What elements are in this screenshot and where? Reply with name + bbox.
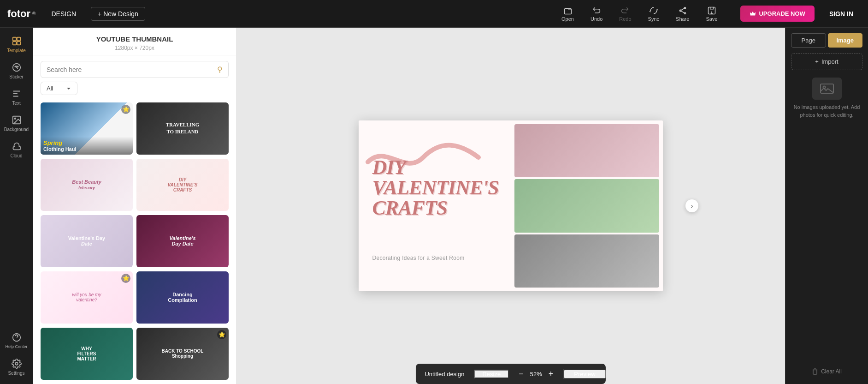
tab-image[interactable]: Image: [828, 33, 863, 48]
text-icon: [12, 89, 22, 99]
import-button[interactable]: + Import: [791, 53, 862, 70]
resize-button[interactable]: Resize: [474, 370, 508, 378]
open-label: Open: [561, 16, 574, 22]
search-input[interactable]: [47, 66, 213, 73]
template-card[interactable]: Best Beautyfebruary: [41, 159, 133, 211]
sidebar-icons: Template Sticker Text Background: [0, 28, 33, 384]
undo-button[interactable]: Undo: [582, 3, 611, 24]
title-line2: VALENTINE'S: [372, 178, 499, 198]
canvas-arrow-right[interactable]: ›: [685, 199, 698, 212]
template-card[interactable]: Spring Clothing Haul ⭐: [41, 102, 133, 155]
sidebar-item-background[interactable]: Background: [0, 110, 33, 137]
template-card[interactable]: ⭐ BACK TO SCHOOLShopping: [136, 328, 229, 380]
canvas-area: DIY VALENTINE'S CRAFTS Decorating Ideas …: [236, 28, 785, 384]
text-label: Text: [12, 101, 20, 106]
save-label: Save: [706, 16, 717, 22]
help-icon: [12, 332, 22, 342]
new-design-button[interactable]: + New Design: [91, 7, 145, 21]
main-layout: Template Sticker Text Background: [0, 28, 868, 384]
template-card[interactable]: TRAVELLINGTO IRELAND: [136, 102, 229, 155]
import-plus-icon: +: [815, 58, 819, 65]
upgrade-label: UPGRADE NOW: [759, 10, 805, 17]
help-label: Help Center: [5, 344, 27, 349]
save-button[interactable]: Save: [697, 3, 726, 24]
svg-rect-0: [564, 8, 571, 14]
background-icon: [12, 115, 22, 125]
template-card[interactable]: Valentine's DayDate: [41, 215, 133, 267]
preview-button[interactable]: Preview: [564, 370, 605, 378]
clear-all-button[interactable]: Clear All: [791, 365, 862, 378]
sync-label: Sync: [648, 16, 659, 22]
sidebar-item-text[interactable]: Text: [0, 84, 33, 110]
template-card[interactable]: DIYVALENTINE'SCRAFTS: [136, 159, 229, 211]
redo-icon: [620, 6, 630, 15]
design-name: Untitled design: [415, 371, 474, 378]
save-icon: [707, 6, 716, 15]
header-tools: Open Undo Redo Sync: [553, 3, 726, 24]
svg-point-13: [17, 66, 18, 67]
signin-label: SIGN IN: [829, 10, 853, 18]
filter-select[interactable]: All: [41, 82, 77, 95]
canvas[interactable]: DIY VALENTINE'S CRAFTS Decorating Ideas …: [359, 120, 663, 291]
undo-icon: [592, 6, 601, 15]
zoom-controls: − 52% +: [508, 369, 564, 379]
background-label: Background: [4, 127, 29, 132]
sidebar-item-template[interactable]: Template: [0, 31, 33, 58]
sidebar-item-help[interactable]: Help Center: [1, 328, 31, 354]
right-panel: Page Image + Import No images uploaded y…: [785, 28, 868, 384]
canvas-subtitle: Decorating Ideas for a Sweet Room: [372, 255, 465, 261]
template-icon: [12, 36, 22, 46]
signin-button[interactable]: SIGN IN: [822, 7, 861, 20]
no-images-box: No images uploaded yet. Add photos for q…: [791, 78, 862, 119]
svg-rect-8: [17, 37, 20, 41]
open-button[interactable]: Open: [553, 3, 582, 24]
template-panel: YOUTUBE THUMBNAIL 1280px × 720px ⚲ All S…: [33, 28, 236, 384]
sticker-icon: [12, 62, 22, 72]
clear-all-label: Clear All: [821, 368, 842, 375]
crown-icon: [750, 11, 756, 17]
sidebar-item-cloud[interactable]: Cloud: [0, 137, 33, 163]
svg-rect-9: [12, 42, 16, 45]
design-button[interactable]: DESIGN: [47, 7, 83, 20]
share-button[interactable]: Share: [667, 3, 697, 24]
template-grid: Spring Clothing Haul ⭐ TRAVELLINGTO IREL…: [33, 99, 236, 384]
tab-page[interactable]: Page: [791, 33, 826, 48]
filter-label: All: [47, 85, 53, 92]
template-card[interactable]: WHYFILTERSMATTER: [41, 328, 133, 380]
logo: fotor ®: [7, 8, 35, 20]
svg-line-4: [680, 8, 685, 11]
template-card[interactable]: DancingCompilation: [136, 271, 229, 324]
zoom-in-button[interactable]: +: [546, 369, 556, 379]
settings-icon: [12, 359, 22, 369]
sidebar-item-sticker[interactable]: Sticker: [0, 58, 33, 84]
template-card[interactable]: Valentine'sDay Date: [136, 215, 229, 267]
share-label: Share: [676, 16, 689, 22]
svg-rect-7: [12, 37, 16, 41]
panel-title: YOUTUBE THUMBNAIL: [41, 35, 229, 43]
sync-button[interactable]: Sync: [640, 3, 667, 24]
canvas-photos: [511, 120, 663, 291]
canvas-photo-1: [514, 124, 659, 177]
filter-row: All: [33, 82, 236, 99]
sticker-label: Sticker: [9, 74, 24, 79]
zoom-out-button[interactable]: −: [516, 369, 526, 379]
sidebar-item-settings[interactable]: Settings: [1, 354, 31, 380]
upgrade-button[interactable]: UPGRADE NOW: [740, 6, 814, 22]
panel-header: YOUTUBE THUMBNAIL 1280px × 720px: [33, 28, 236, 55]
svg-rect-10: [17, 42, 20, 45]
canvas-title: DIY VALENTINE'S CRAFTS: [372, 157, 499, 218]
design-label: DESIGN: [51, 10, 76, 18]
redo-button[interactable]: Redo: [611, 3, 639, 24]
template-label: Template: [7, 48, 26, 53]
open-icon: [563, 6, 573, 15]
canvas-wrapper: DIY VALENTINE'S CRAFTS Decorating Ideas …: [236, 28, 785, 384]
resize-label: Resize: [482, 371, 501, 378]
search-bar: ⚲: [41, 61, 229, 78]
crown-icon: ⭐: [121, 105, 130, 114]
share-icon: [678, 6, 687, 15]
panel-subtitle: 1280px × 720px: [41, 45, 229, 51]
template-card[interactable]: ⭐ will you be myvalentine?: [41, 271, 133, 324]
filter-chevron-icon: [66, 86, 71, 91]
canvas-bottom-bar: Untitled design Resize − 52% + Preview: [415, 364, 605, 384]
svg-line-5: [680, 11, 685, 13]
